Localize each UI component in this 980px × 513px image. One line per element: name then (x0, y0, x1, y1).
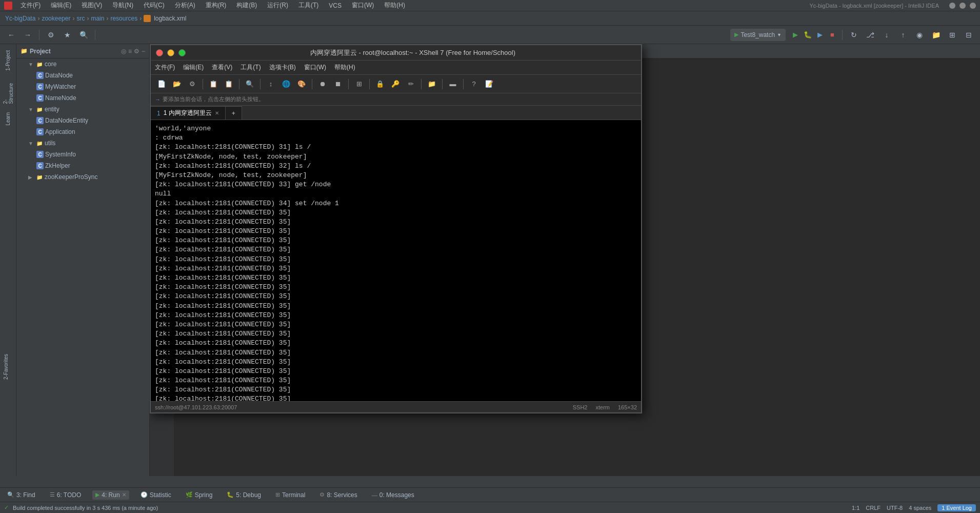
update-button[interactable]: ↻ (847, 28, 861, 42)
forward-button[interactable]: → (21, 28, 35, 42)
ssh-menu-view[interactable]: 查看(V) (212, 63, 232, 72)
bt-find[interactable]: 🔍 3: Find (4, 490, 38, 500)
menu-build[interactable]: 构建(B) (234, 0, 259, 11)
terminal-button[interactable]: ⊞ (945, 28, 959, 42)
debug-button[interactable]: 🐛 (802, 29, 813, 41)
tree-item-zookeeperprousync[interactable]: ▶ 📁 zooKeeperProSync (16, 171, 149, 183)
vcs-push[interactable]: ↑ (896, 28, 910, 42)
stop-button[interactable]: ■ (827, 29, 838, 41)
ssh-mini[interactable]: ▬ (446, 77, 459, 91)
ssh-paste[interactable]: 📋 (222, 77, 235, 91)
menu-edit[interactable]: 编辑(E) (49, 0, 73, 11)
ssh-tab-1-close[interactable]: ✕ (215, 110, 219, 116)
ssh-menu-tools[interactable]: 工具(T) (241, 63, 261, 72)
ssh-key[interactable]: 🔑 (389, 77, 402, 91)
sidebar-structure-icon[interactable]: 2-Structure (1, 86, 15, 101)
ssh-copy[interactable]: 📋 (207, 77, 220, 91)
ssh-terminal[interactable]: 'world,'anyone : cdrwa [zk: localhost:21… (151, 120, 641, 401)
tree-item-zkhelper[interactable]: C ZkHelper (16, 160, 149, 171)
tree-item-core[interactable]: ▼ 📁 core (16, 58, 149, 70)
ssh-properties[interactable]: ⚙ (186, 77, 199, 91)
back-button[interactable]: ← (4, 28, 18, 42)
coverage-button[interactable]: ▶ (814, 29, 826, 41)
tree-item-mywatcher[interactable]: C MyWatcher (16, 81, 149, 92)
event-log-button[interactable]: 1 Event Log (937, 504, 976, 511)
layout-button[interactable]: ⊟ (962, 28, 976, 42)
close-button[interactable] (970, 3, 976, 9)
vcs-pull[interactable]: ↓ (879, 28, 894, 42)
run-configuration[interactable]: ▶ Test8_watch ▼ (730, 29, 786, 41)
tree-item-systeminfo[interactable]: C SystemInfo (16, 149, 149, 160)
menu-refactor[interactable]: 重构(R) (204, 0, 229, 11)
ssh-transfer[interactable]: ↕ (264, 77, 277, 91)
breadcrumb-yc-bigdata[interactable]: Yc-bigData (5, 15, 35, 22)
maximize-button[interactable] (959, 3, 966, 9)
ssh-minimize-button[interactable] (167, 49, 174, 56)
settings-button[interactable]: ⚙ (44, 28, 58, 42)
bt-debug[interactable]: 🐛 5: Debug (224, 490, 264, 500)
ssh-new-session[interactable]: 📄 (155, 77, 168, 91)
run-tab-close[interactable]: ✕ (122, 492, 126, 498)
tree-item-namenode[interactable]: C NameNode (16, 92, 149, 104)
project-target-icon[interactable]: ◎ (121, 48, 126, 55)
breadcrumb-main[interactable]: main (91, 15, 104, 22)
sidebar-favorites-icon[interactable]: 2-Favorites (0, 350, 12, 384)
tree-item-datanodeentity[interactable]: C DataNodeEntity (16, 115, 149, 126)
ssh-menu-help[interactable]: 帮助(H) (334, 63, 355, 72)
ssh-globe[interactable]: 🌐 (279, 77, 293, 91)
ssh-stop-record[interactable]: ⏹ (331, 77, 345, 91)
menu-vcs[interactable]: VCS (327, 1, 344, 10)
folder-button[interactable]: 📁 (929, 28, 943, 42)
ssh-close-button[interactable] (156, 49, 163, 56)
project-settings-icon[interactable]: ⚙ (134, 48, 139, 55)
bt-spring[interactable]: 🌿 Spring (183, 490, 216, 500)
menu-analyze[interactable]: 分析(A) (173, 0, 197, 11)
ssh-find[interactable]: 🔍 (243, 77, 256, 91)
menu-help[interactable]: 帮助(H) (382, 0, 407, 11)
bt-todo[interactable]: ☰ 6: TODO (47, 490, 85, 500)
tree-item-datanode[interactable]: C DataNode (16, 70, 149, 81)
sidebar-learn-icon[interactable]: Learn (1, 112, 15, 126)
ssh-open-session[interactable]: 📂 (170, 77, 184, 91)
menu-navigate[interactable]: 导航(N) (110, 0, 135, 11)
breadcrumb-resources[interactable]: resources (110, 15, 137, 22)
minimize-button[interactable] (949, 3, 955, 9)
bt-run[interactable]: ▶ 4: Run ✕ (92, 490, 129, 500)
ssh-menu-tabs[interactable]: 选项卡(B) (269, 63, 296, 72)
bt-messages[interactable]: — 0: Messages (369, 490, 417, 500)
ssh-expand[interactable]: ⊞ (352, 77, 366, 91)
ssh-menu-window[interactable]: 窗口(W) (304, 63, 326, 72)
ssh-lock[interactable]: 🔒 (373, 77, 387, 91)
ssh-tab-1[interactable]: 1 1 内网穿透阿里云 ✕ (151, 106, 226, 120)
menu-view[interactable]: 视图(V) (79, 0, 104, 11)
bt-terminal[interactable]: ⊞ Terminal (272, 490, 308, 500)
bt-statistic[interactable]: 🕐 Statistic (137, 490, 174, 500)
ssh-tab-add[interactable]: + (226, 106, 242, 120)
ssh-record[interactable]: ⏺ (316, 77, 329, 91)
ssh-help2[interactable]: ? (467, 77, 481, 91)
git-button[interactable]: ⎇ (863, 28, 877, 42)
breadcrumb-src[interactable]: src (76, 15, 85, 22)
sidebar-project-icon[interactable]: 1-Project (3, 46, 13, 75)
menu-run[interactable]: 运行(R) (265, 0, 290, 11)
menu-window[interactable]: 窗口(W) (350, 0, 376, 11)
ssh-maximize-button[interactable] (178, 49, 186, 56)
run-button[interactable]: ▶ (790, 29, 801, 41)
ssh-folder2[interactable]: 📁 (425, 77, 438, 91)
ssh-menu-file[interactable]: 文件(F) (155, 63, 175, 72)
ssh-color[interactable]: 🎨 (295, 77, 308, 91)
tree-item-application[interactable]: C Application (16, 126, 149, 137)
breadcrumb-zookeeper[interactable]: zookeeper (42, 15, 70, 22)
bookmark-button[interactable]: ★ (60, 28, 74, 42)
ssh-compose[interactable]: 📝 (483, 77, 496, 91)
profile-button[interactable]: ◉ (912, 28, 927, 42)
search-everywhere-button[interactable]: 🔍 (76, 28, 91, 42)
ssh-pen[interactable]: ✏ (404, 77, 417, 91)
menu-code[interactable]: 代码(C) (142, 0, 167, 11)
ssh-menu-edit[interactable]: 编辑(E) (183, 63, 204, 72)
project-minimize-icon[interactable]: − (142, 48, 145, 55)
bt-services[interactable]: ⚙ 8: Services (316, 490, 360, 500)
tree-item-entity[interactable]: ▼ 📁 entity (16, 104, 149, 115)
menu-tools[interactable]: 工具(T) (296, 0, 321, 11)
project-collapse-icon[interactable]: ≡ (128, 48, 132, 55)
